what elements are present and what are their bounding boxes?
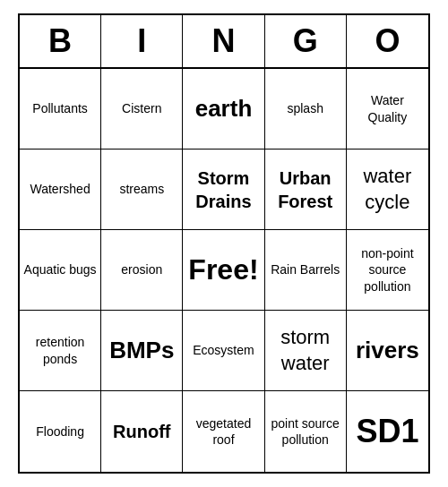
bingo-cell-12[interactable]: Free! (183, 230, 264, 311)
header-letter-n: N (183, 15, 264, 67)
header-letter-b: B (20, 15, 101, 67)
bingo-cell-2[interactable]: earth (183, 69, 264, 150)
bingo-card: BINGO PollutantsCisternearthsplashWater … (18, 13, 430, 474)
bingo-cell-10[interactable]: Aquatic bugs (20, 230, 101, 311)
header-letter-g: G (265, 15, 347, 67)
header-letter-i: I (101, 15, 183, 67)
bingo-cell-22[interactable]: vegetated roof (183, 391, 264, 472)
bingo-grid: PollutantsCisternearthsplashWater Qualit… (20, 69, 428, 472)
bingo-cell-17[interactable]: Ecosystem (183, 311, 264, 391)
bingo-cell-14[interactable]: non-point source pollution (347, 230, 428, 311)
bingo-cell-20[interactable]: Flooding (20, 391, 101, 472)
bingo-header: BINGO (20, 15, 428, 69)
bingo-cell-8[interactable]: Urban Forest (265, 150, 347, 230)
bingo-cell-4[interactable]: Water Quality (347, 69, 428, 150)
bingo-cell-13[interactable]: Rain Barrels (265, 230, 347, 311)
bingo-cell-18[interactable]: storm water (265, 311, 347, 391)
bingo-cell-24[interactable]: SD1 (347, 391, 428, 472)
bingo-cell-11[interactable]: erosion (101, 230, 183, 311)
header-letter-o: O (347, 15, 428, 67)
bingo-cell-5[interactable]: Watershed (20, 150, 101, 230)
bingo-cell-6[interactable]: streams (101, 150, 183, 230)
bingo-cell-9[interactable]: water cycle (347, 150, 428, 230)
bingo-cell-16[interactable]: BMPs (101, 311, 183, 391)
bingo-cell-23[interactable]: point source pollution (265, 391, 347, 472)
bingo-cell-7[interactable]: Storm Drains (183, 150, 264, 230)
bingo-cell-21[interactable]: Runoff (101, 391, 183, 472)
bingo-cell-1[interactable]: Cistern (101, 69, 183, 150)
bingo-cell-19[interactable]: rivers (347, 311, 428, 391)
bingo-cell-3[interactable]: splash (265, 69, 347, 150)
bingo-cell-15[interactable]: retention ponds (20, 311, 101, 391)
bingo-cell-0[interactable]: Pollutants (20, 69, 101, 150)
